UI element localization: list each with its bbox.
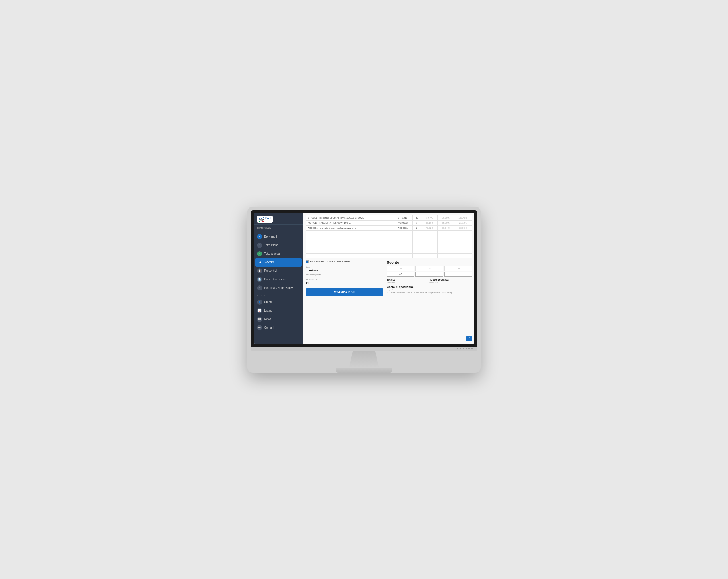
- personalizza-icon: ✎: [257, 285, 262, 291]
- spedizione-note: (Il costo è riferito alla spedizione eff…: [387, 292, 472, 294]
- checkbox-row[interactable]: ✓ Arrotonda alle quantità minime di imba…: [306, 260, 383, 263]
- preventivi-icon: 📋: [257, 268, 262, 273]
- sconto-percent-1: -%: [387, 266, 414, 271]
- table-row-empty: [306, 235, 472, 240]
- monitor-stand: [345, 351, 383, 368]
- checkbox-arrotonda[interactable]: ✓: [306, 260, 309, 263]
- monitor-dot: [463, 348, 464, 349]
- sidebar: CONTACT ITALIA contact2021 ●: [254, 213, 304, 344]
- row-price3: 168,48 €: [454, 215, 472, 220]
- row-description: ZTP1311 - Tappetino EPDM Adesivo 130X108…: [306, 215, 393, 220]
- sconto-percent-row: -% -% -%: [387, 266, 472, 271]
- zavorre-icon: ◉: [258, 260, 263, 265]
- bottom-section: ✓ Arrotonda alle quantità minime di imba…: [306, 260, 472, 298]
- sidebar-item-preventivi-zavorre[interactable]: 📄 Preventivi zavorre: [254, 275, 304, 284]
- row-price1: 79,62 €: [421, 225, 438, 230]
- checkbox-label: Arrotonda alle quantità minime di imball…: [310, 260, 351, 263]
- row-qty: 1: [412, 220, 421, 225]
- sconto-input-1[interactable]: 40: [387, 272, 414, 277]
- sidebar-logo: CONTACT ITALIA: [254, 213, 304, 225]
- logo-box: CONTACT ITALIA: [257, 216, 273, 223]
- info-block: data: 01/08/2024 potenza impianto: total…: [306, 266, 383, 285]
- monitor-bottom: [251, 347, 477, 351]
- sidebar-user: contact2021: [254, 225, 304, 231]
- sconto-percent-2: -%: [415, 266, 443, 271]
- left-panel: ✓ Arrotonda alle quantità minime di imba…: [306, 260, 383, 298]
- sidebar-item-tetto-falda[interactable]: ⌂ Tetto a falda: [254, 250, 304, 258]
- row-price1: 3,07 €: [421, 215, 438, 220]
- utenti-icon: 👤: [257, 300, 262, 305]
- sconto-input-row: 40: [387, 272, 472, 277]
- monitor-dot: [471, 348, 473, 349]
- preventivi-zavorre-icon: 📄: [257, 277, 262, 282]
- row-price2: 69,04 €: [438, 225, 454, 230]
- sconto-input-3[interactable]: [444, 272, 472, 277]
- table-row-empty: [306, 244, 472, 249]
- table-row-empty: [306, 249, 472, 253]
- row-description: ACP0013 - FASCETTA FISSACAVI 100PZ: [306, 220, 393, 225]
- spedizione-value: •••,•• €: [387, 288, 472, 291]
- sidebar-item-listino[interactable]: 📊 Listino: [254, 306, 304, 315]
- admin-section-label: ADMIN: [254, 292, 304, 298]
- sidebar-item-news[interactable]: 📰 News: [254, 315, 304, 324]
- scroll-to-top-button[interactable]: ^: [466, 336, 472, 342]
- row-price3: 21,10 €: [454, 220, 472, 225]
- sidebar-item-zavorre[interactable]: ◉ Zavorre: [255, 258, 302, 267]
- data-label: data:: [306, 266, 383, 269]
- totale-scontato-block: Totale Scontato: ••••••,•• €: [430, 278, 472, 284]
- listino-icon: 📊: [257, 308, 262, 313]
- tetto-falda-icon: ⌂: [257, 251, 262, 256]
- totale-scontato-value: ••••••,•• €: [430, 281, 472, 284]
- row-price1: 55,10 €: [421, 220, 438, 225]
- monitor-dot: [466, 348, 467, 349]
- potenza-label: potenza impianto:: [306, 273, 383, 277]
- sidebar-nav: ● Benvenuti ⌂ Tetto Piano ⌂ Tetto a fald…: [254, 231, 304, 344]
- tetto-piano-icon: ⌂: [257, 243, 262, 248]
- table-row: ACP0013 - FASCETTA FISSACAVI 100PZ ACP00…: [306, 220, 472, 225]
- row-code: ZTP1311: [393, 215, 412, 220]
- items-table: ZTP1311 - Tappetino EPDM Adesivo 130X108…: [306, 215, 472, 258]
- monitor-dot: [468, 348, 470, 349]
- table-row-empty: [306, 253, 472, 258]
- logo-contact-text: CONTACT: [259, 217, 271, 219]
- logo-flag: [259, 221, 264, 222]
- data-value: 01/08/2024: [306, 269, 383, 273]
- sidebar-item-benvenuti[interactable]: ● Benvenuti: [254, 232, 304, 241]
- sconto-percent-3: -%: [444, 266, 472, 271]
- monitor-base: [336, 368, 392, 373]
- total-block: Totale: ••••••,•• €: [387, 278, 430, 284]
- row-price3: 18,96 €: [454, 225, 472, 230]
- comuni-icon: 🏘: [257, 325, 262, 330]
- totale-moduli-value: 14: [306, 281, 383, 285]
- benvenuti-icon: ●: [257, 234, 262, 239]
- main-content: ZTP1311 - Tappetino EPDM Adesivo 130X108…: [304, 213, 474, 344]
- totale-value: ••••••,•• €: [387, 281, 430, 284]
- totale-scontato-label: Totale Scontato:: [430, 278, 472, 281]
- table-row: ACC0011 - Maniglia di movimentazione zav…: [306, 225, 472, 230]
- stampa-pdf-button[interactable]: STAMPA PDF: [306, 288, 383, 297]
- row-price2: 55,10 €: [438, 220, 454, 225]
- row-description: ACC0011 - Maniglia di movimentazione zav…: [306, 225, 393, 230]
- table-row: ZTP1311 - Tappetino EPDM Adesivo 130X108…: [306, 215, 472, 220]
- spedizione-title: Costo di spedizione: [387, 285, 472, 288]
- totale-label: Totale:: [387, 278, 430, 281]
- row-qty: 2: [412, 225, 421, 230]
- logo-italia-text: ITALIA: [259, 219, 271, 221]
- sidebar-item-preventivi[interactable]: 📋 Preventivi: [254, 267, 304, 275]
- monitor-dot: [457, 348, 459, 349]
- sidebar-item-utenti[interactable]: 👤 Utenti: [254, 298, 304, 306]
- row-qty: 40: [412, 215, 421, 220]
- right-panel: Sconto -% -% -% 40: [387, 260, 472, 298]
- totals-row: Totale: ••••••,•• € Totale Scontato: •••…: [387, 278, 472, 284]
- row-code: ACC0011: [393, 225, 412, 230]
- row-code: ACP0013: [393, 220, 412, 225]
- sconto-title: Sconto: [387, 260, 472, 265]
- monitor-dot: [460, 348, 461, 349]
- news-icon: 📰: [257, 317, 262, 322]
- sidebar-item-personalizza-preventivo[interactable]: ✎ Personalizza preventivo: [254, 284, 304, 292]
- row-price2: 00,00 €: [438, 215, 454, 220]
- sidebar-item-tetto-piano[interactable]: ⌂ Tetto Piano: [254, 241, 304, 250]
- sidebar-item-comuni[interactable]: 🏘 Comuni: [254, 324, 304, 332]
- table-row-empty: [306, 240, 472, 244]
- sconto-input-2[interactable]: [415, 272, 443, 277]
